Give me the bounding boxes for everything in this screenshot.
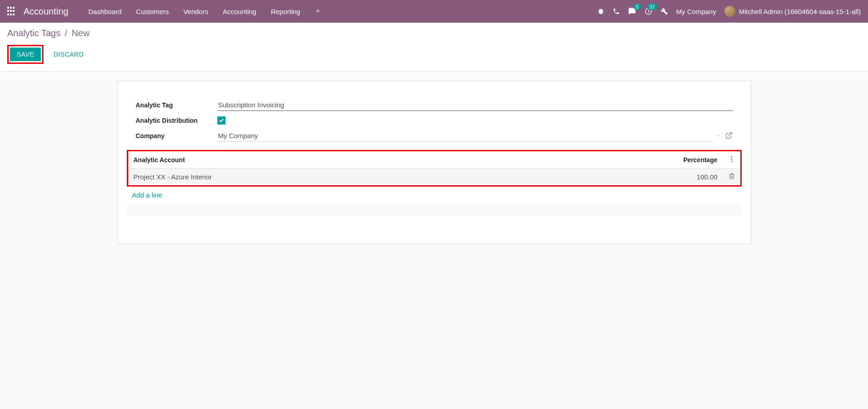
breadcrumb: Analytic Tags / New [7,28,861,38]
control-panel: Analytic Tags / New SAVE DISCARD [0,23,868,72]
kebab-icon [731,156,733,164]
nav-reporting[interactable]: Reporting [264,8,307,15]
user-name: Mitchell Admin (16604604-saas-15-1-all) [739,8,861,15]
user-menu[interactable]: Mitchell Admin (16604604-saas-15-1-all) [724,6,861,17]
analytic-tag-input[interactable] [217,99,733,111]
col-analytic-account[interactable]: Analytic Account [128,151,524,168]
tools-icon[interactable] [661,8,668,15]
form-sheet: Analytic Tag Analytic Distribution Compa… [117,81,751,244]
label-company: Company [136,132,217,140]
activities-icon[interactable]: 37 [644,7,652,15]
table-row[interactable]: Project XX - Azure Interior 100.00 [128,168,740,186]
bug-icon[interactable] [597,8,604,15]
control-buttons: SAVE DISCARD [7,45,861,64]
app-brand[interactable]: Accounting [24,6,68,17]
cell-account[interactable]: Project XX - Azure Interior [128,168,524,186]
nav-menu: Dashboard Customers Vendors Accounting R… [81,8,328,15]
svg-point-3 [731,159,732,160]
col-options[interactable] [723,151,740,168]
distribution-table-bottom: Add a line [127,187,742,216]
top-navbar: Accounting Dashboard Customers Vendors A… [0,0,868,23]
svg-point-2 [731,156,732,157]
save-button[interactable]: SAVE [10,48,41,61]
label-analytic-tag: Analytic Tag [136,101,217,109]
nav-dashboard[interactable]: Dashboard [81,8,129,15]
table-footer-spacer [127,203,742,216]
phone-icon[interactable] [613,8,620,15]
chevron-down-icon[interactable] [716,132,721,140]
distribution-table: Analytic Account Percentage Project XX -… [128,151,740,185]
save-highlight: SAVE [7,45,43,64]
breadcrumb-parent[interactable]: Analytic Tags [7,28,60,38]
trash-icon[interactable] [729,173,735,181]
discard-button[interactable]: DISCARD [47,48,90,61]
add-line-link[interactable]: Add a line [132,191,163,199]
form-container: Analytic Tag Analytic Distribution Compa… [0,72,868,253]
svg-point-4 [731,161,732,162]
breadcrumb-current: New [72,28,90,38]
apps-icon[interactable] [7,7,16,16]
external-link-icon[interactable] [725,132,733,140]
nav-vendors[interactable]: Vendors [176,8,216,15]
activities-badge: 37 [647,4,657,10]
col-percentage[interactable]: Percentage [523,151,723,168]
analytic-distribution-checkbox[interactable] [217,116,225,125]
nav-accounting[interactable]: Accounting [216,8,264,15]
company-input[interactable] [217,130,712,142]
table-highlight: Analytic Account Percentage Project XX -… [127,150,742,187]
svg-line-1 [728,133,731,136]
avatar-icon [724,6,735,17]
nav-right: 5 37 My Company Mitchell Admin (16604604… [597,6,861,17]
nav-customers[interactable]: Customers [129,8,176,15]
label-analytic-distribution: Analytic Distribution [136,117,217,124]
company-selector[interactable]: My Company [676,8,716,15]
nav-plus[interactable] [307,8,328,15]
cell-percentage[interactable]: 100.00 [523,168,723,186]
messages-icon[interactable]: 5 [628,7,636,15]
messages-badge: 5 [633,4,641,10]
